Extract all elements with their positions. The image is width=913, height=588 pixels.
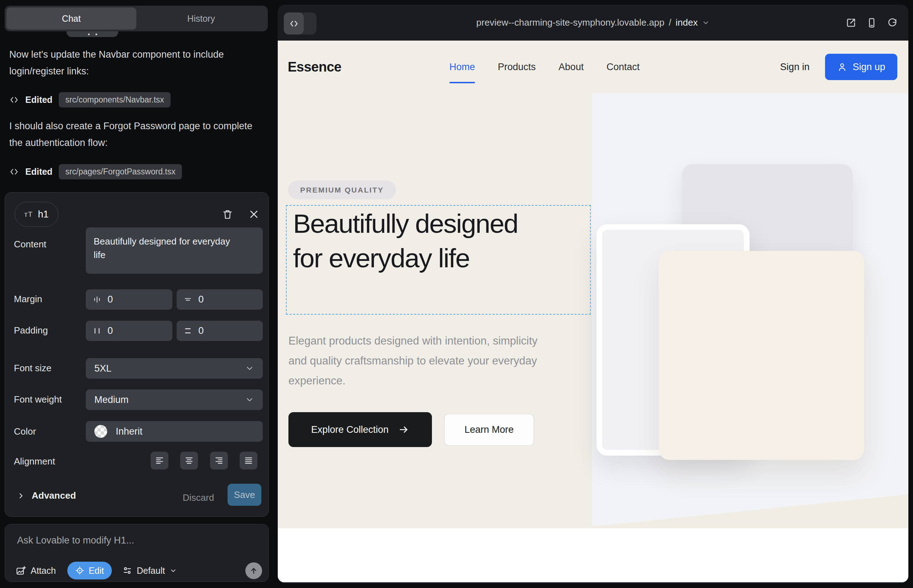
h1-selection-overlay[interactable]: Beautifully designed for everyday life xyxy=(286,205,591,315)
advanced-label: Advanced xyxy=(32,490,76,501)
alignment-label: Alignment xyxy=(14,456,55,467)
url-page: index xyxy=(675,17,698,28)
font-size-label: Font size xyxy=(14,363,52,374)
close-icon[interactable] xyxy=(246,206,262,223)
edited-label: Edited xyxy=(25,166,52,177)
attach-button[interactable]: Attach xyxy=(16,565,56,576)
edit-mode-button[interactable]: Edit xyxy=(67,562,112,580)
assistant-message: Now let's update the Navbar component to… xyxy=(9,46,256,80)
typography-icon: тT xyxy=(24,210,33,218)
tab-history[interactable]: History xyxy=(136,8,266,29)
hero-badge: PREMIUM QUALITY xyxy=(288,181,396,199)
code-icon xyxy=(9,167,19,176)
edited-file-badge[interactable]: src/pages/ForgotPassword.tsx xyxy=(59,164,181,179)
model-selector[interactable]: Default xyxy=(123,565,177,576)
chevron-right-icon xyxy=(17,491,25,500)
hero-section: Essence Home Products About Contact Sign… xyxy=(278,40,908,528)
scrolled-message-pill[interactable] xyxy=(66,31,118,37)
chat-sidebar: Chat History Now let's update the Navbar… xyxy=(0,0,278,588)
chat-composer: Attach Edit Default xyxy=(5,524,269,582)
nav-link-home[interactable]: Home xyxy=(449,61,475,73)
site-logo[interactable]: Essence xyxy=(288,40,342,93)
discard-button[interactable]: Discard xyxy=(183,492,214,503)
margin-vertical-icon xyxy=(184,296,192,304)
decor-card-beige xyxy=(659,251,864,460)
content-label: Content xyxy=(14,239,46,250)
margin-label: Margin xyxy=(14,294,42,305)
nav-link-products[interactable]: Products xyxy=(498,61,536,73)
margin-y-input[interactable]: 0 xyxy=(176,289,263,310)
color-label: Color xyxy=(14,426,36,437)
padding-y-input[interactable]: 0 xyxy=(176,321,263,341)
chevron-down-icon xyxy=(170,567,177,575)
align-center-button[interactable] xyxy=(180,452,198,470)
font-size-select[interactable]: 5XL xyxy=(86,358,263,379)
attach-image-icon xyxy=(16,565,26,576)
preview-page: Essence Home Products About Contact Sign… xyxy=(278,40,908,582)
explore-collection-button[interactable]: Explore Collection xyxy=(288,412,432,447)
nav-auth: Sign in Sign up xyxy=(780,40,897,93)
sign-up-label: Sign up xyxy=(853,61,885,73)
edited-file-row: Edited src/components/Navbar.tsx xyxy=(9,91,170,108)
chevron-down-icon xyxy=(245,364,254,373)
user-icon xyxy=(837,62,847,72)
composer-input[interactable] xyxy=(17,535,238,546)
preview-url-bar[interactable]: preview--charming-site-symphony.lovable.… xyxy=(476,5,710,40)
code-icon xyxy=(9,95,19,105)
edit-label: Edit xyxy=(89,565,104,576)
refresh-icon[interactable] xyxy=(887,18,898,28)
selected-element-chip[interactable]: тT h1 xyxy=(15,202,58,227)
code-view-toggle[interactable] xyxy=(284,13,317,34)
chevron-down-icon xyxy=(245,395,254,404)
save-button[interactable]: Save xyxy=(228,484,261,506)
preview-browser-frame: preview--charming-site-symphony.lovable.… xyxy=(278,5,908,583)
code-icon xyxy=(284,13,304,34)
sign-in-link[interactable]: Sign in xyxy=(780,61,810,73)
content-textarea[interactable]: Beautifully designed for everyday life xyxy=(86,228,263,274)
padding-vertical-icon xyxy=(184,327,192,335)
element-tag-label: h1 xyxy=(38,209,49,220)
padding-horizontal-icon xyxy=(93,327,101,335)
align-left-button[interactable] xyxy=(151,452,168,470)
cta-primary-label: Explore Collection xyxy=(311,424,389,435)
sidebar-tabbar: Chat History xyxy=(5,6,268,31)
frame-actions xyxy=(846,5,898,40)
nav-link-contact[interactable]: Contact xyxy=(606,61,639,73)
font-weight-label: Font weight xyxy=(14,394,62,405)
nav-link-about[interactable]: About xyxy=(559,61,584,73)
hero-heading[interactable]: Beautifully designed for everyday life xyxy=(293,207,521,276)
url-separator: / xyxy=(669,17,671,28)
margin-horizontal-icon xyxy=(93,296,101,304)
mobile-view-icon[interactable] xyxy=(866,18,877,28)
sliders-icon xyxy=(123,566,132,575)
element-editor-panel: тT h1 Content Beautifully designed for e… xyxy=(5,192,269,517)
delete-element-button[interactable] xyxy=(219,206,236,223)
site-navbar: Essence Home Products About Contact Sign… xyxy=(278,40,908,93)
attach-label: Attach xyxy=(31,565,56,576)
learn-more-button[interactable]: Learn More xyxy=(444,414,534,446)
advanced-toggle[interactable]: Advanced xyxy=(17,490,76,501)
app-root: Chat History Now let's update the Navbar… xyxy=(0,0,913,588)
color-swatch-icon xyxy=(94,425,107,438)
edited-file-row: Edited src/pages/ForgotPassword.tsx xyxy=(9,163,182,180)
font-weight-select[interactable]: Medium xyxy=(86,389,263,410)
color-value: Inherit xyxy=(116,426,142,437)
align-justify-button[interactable] xyxy=(240,452,257,470)
padding-x-input[interactable]: 0 xyxy=(86,321,172,341)
sign-up-button[interactable]: Sign up xyxy=(825,54,897,80)
align-right-button[interactable] xyxy=(210,452,228,470)
edited-label: Edited xyxy=(25,95,52,105)
padding-x-value: 0 xyxy=(108,325,113,336)
edited-file-badge[interactable]: src/components/Navbar.tsx xyxy=(59,92,170,108)
padding-label: Padding xyxy=(14,325,48,336)
assistant-message: I should also create a Forgot Password p… xyxy=(9,118,256,151)
arrow-right-icon xyxy=(398,424,409,435)
open-external-icon[interactable] xyxy=(846,18,856,28)
color-field[interactable]: Inherit xyxy=(86,421,263,442)
margin-x-value: 0 xyxy=(108,294,113,305)
send-button[interactable] xyxy=(245,562,262,579)
tab-chat[interactable]: Chat xyxy=(6,8,136,29)
font-weight-value: Medium xyxy=(94,394,129,405)
margin-x-input[interactable]: 0 xyxy=(86,289,172,310)
target-icon xyxy=(75,566,84,575)
